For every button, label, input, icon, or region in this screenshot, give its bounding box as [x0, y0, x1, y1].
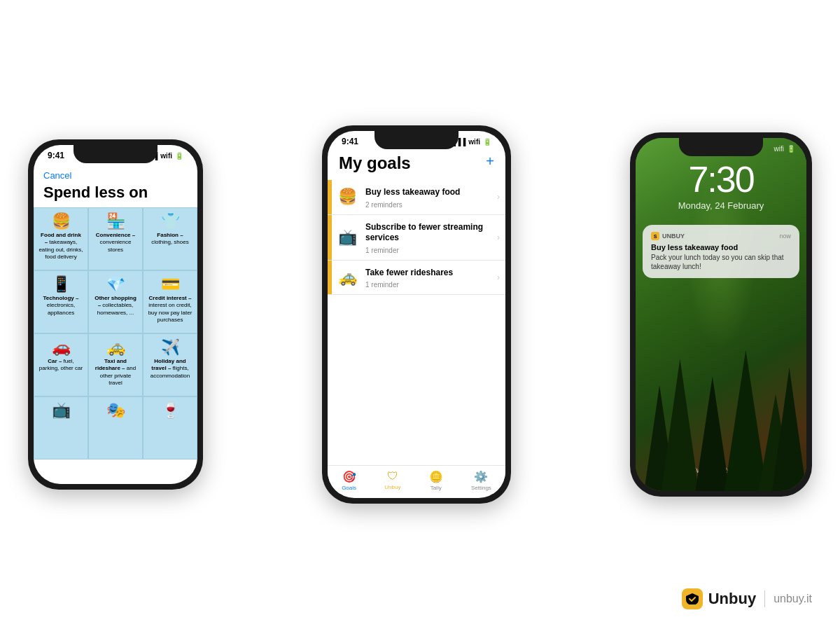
lockscreen-time: 7:30 [636, 161, 806, 198]
phone1-screen: 9:41 ▐▐▐ wifi 🔋 Cancel Spend less on 🍔Fo… [34, 145, 197, 484]
notification-card: S UNBUY now Buy less takeaway food Pack … [643, 225, 799, 278]
category-icon: 📱 [52, 277, 71, 292]
grid-cell[interactable]: 🍷 [143, 396, 197, 459]
tab-unbuy-icon: 🛡 [387, 470, 398, 483]
category-label: Other shopping – collectables, homewares… [93, 295, 138, 317]
wifi-icon: wifi [160, 152, 172, 160]
goal-title: Take fewer rideshares [365, 268, 489, 279]
phone1-content: Cancel Spend less on 🍔Food and drink – t… [34, 162, 197, 480]
goal-item[interactable]: 🚕Take fewer rideshares1 reminder› [328, 261, 505, 296]
tab-tally[interactable]: 🪙Tally [429, 470, 443, 491]
tab-tally-icon: 🪙 [429, 470, 443, 483]
category-icon: ✈️ [161, 340, 180, 355]
phone3-notch [679, 138, 763, 156]
goals-list: 🍔Buy less takeaway food2 reminders›📺Subs… [328, 180, 505, 295]
category-label: Fashion – clothing, shoes [148, 232, 192, 247]
brand-logo-icon [682, 588, 703, 609]
phone1-notch [74, 145, 158, 163]
grid-cell[interactable]: 📺 [34, 396, 88, 459]
goal-reminder: 2 reminders [365, 201, 489, 209]
category-icon: 💎 [106, 277, 125, 292]
unbuy-logo-icon: S [651, 232, 659, 240]
category-label: Taxi and rideshare – and other private t… [93, 358, 138, 387]
tab-unbuy[interactable]: 🛡Unbuy [384, 470, 400, 491]
tab-unbuy-label: Unbuy [384, 484, 400, 490]
grid-cell[interactable]: ✈️Holiday and travel – flights, accommod… [143, 333, 197, 396]
category-icon: 🚗 [52, 340, 71, 355]
phone3-screen: wifi 🔋 7:30 Monday, 24 February S UNBUY [636, 138, 806, 491]
battery-icon: 🔋 [483, 138, 491, 146]
phone1-time: 9:41 [48, 151, 64, 160]
goals-title: My goals [339, 153, 411, 173]
battery-icon: 🔋 [175, 152, 183, 160]
ls-status-icons: wifi 🔋 [774, 145, 795, 153]
branding-section: Unbuy unbuy.it [682, 588, 812, 609]
category-icon: 🎭 [106, 403, 125, 418]
category-label: Car – fuel, parking, other car [38, 358, 83, 373]
brand-url: unbuy.it [774, 593, 812, 605]
goal-chevron-icon: › [491, 261, 505, 295]
grid-cell[interactable]: 🎭 [88, 396, 143, 459]
category-icon: 🏪 [106, 214, 125, 229]
lockscreen-background: wifi 🔋 7:30 Monday, 24 February S UNBUY [636, 138, 806, 491]
cancel-button[interactable]: Cancel [43, 170, 188, 181]
goal-item[interactable]: 🍔Buy less takeaway food2 reminders› [328, 180, 505, 215]
category-icon: 🍔 [52, 214, 71, 229]
notification-app: S UNBUY [651, 232, 685, 240]
tab-goals-icon: 🎯 [342, 470, 356, 483]
category-icon: 🍷 [161, 403, 180, 418]
brand-name: Unbuy [708, 590, 756, 608]
phone1-shell: 9:41 ▐▐▐ wifi 🔋 Cancel Spend less on 🍔Fo… [28, 139, 203, 490]
page-wrapper: 9:41 ▐▐▐ wifi 🔋 Cancel Spend less on 🍔Fo… [0, 0, 840, 622]
spend-title: Spend less on [43, 184, 188, 202]
add-goal-button[interactable]: + [486, 153, 494, 170]
phone2-time: 9:41 [342, 137, 358, 146]
category-icon: 👕 [161, 214, 180, 229]
notification-body: Pack your lunch today so you can skip th… [651, 253, 791, 271]
grid-cell[interactable]: 🚕Taxi and rideshare – and other private … [88, 333, 143, 396]
phone2-screen: 9:41 ▐▐▐ wifi 🔋 My goals + 🍔Buy less tak… [328, 131, 505, 498]
grid-cell[interactable]: 🏪Convenience – convenience stores [88, 207, 143, 270]
category-icon: 💳 [161, 277, 180, 292]
goal-text-column: Subscribe to fewer streaming services1 r… [363, 215, 491, 260]
tab-settings[interactable]: ⚙️Settings [471, 470, 491, 491]
category-icon: 📺 [52, 403, 71, 418]
category-icon: 🚕 [106, 340, 125, 355]
ls-battery-icon: 🔋 [787, 145, 795, 153]
grid-cell[interactable]: 👕Fashion – clothing, shoes [143, 207, 197, 270]
grid-cell[interactable]: 💎Other shopping – collectables, homeware… [88, 270, 143, 333]
brand-divider [764, 590, 765, 607]
goal-icon: 📺 [332, 215, 363, 260]
category-label: Holiday and travel – flights, accommodat… [148, 358, 192, 380]
grid-cell[interactable]: 💳Credit interest – interest on credit, b… [143, 270, 197, 333]
goal-chevron-icon: › [491, 215, 505, 260]
phone3-shell: wifi 🔋 7:30 Monday, 24 February S UNBUY [630, 132, 812, 497]
grid-cell[interactable]: 📱Technology – electronics, appliances [34, 270, 88, 333]
goal-title: Subscribe to fewer streaming services [365, 222, 489, 244]
grid-cell[interactable]: 🍔Food and drink – takeaways, eating out,… [34, 207, 88, 270]
goal-icon: 🚕 [332, 261, 363, 295]
grid-cell[interactable]: 🚗Car – fuel, parking, other car [34, 333, 88, 396]
tab-tally-label: Tally [430, 485, 442, 491]
phone1-header: Cancel Spend less on [34, 167, 197, 207]
tab-goals[interactable]: 🎯Goals [342, 470, 356, 491]
unbuy-shield-icon [686, 593, 699, 604]
tab-goals-label: Goals [342, 485, 356, 491]
goal-icon: 🍔 [332, 180, 363, 214]
category-grid: 🍔Food and drink – takeaways, eating out,… [34, 207, 197, 459]
goal-item[interactable]: 📺Subscribe to fewer streaming services1 … [328, 215, 505, 261]
goal-reminder: 1 reminder [365, 247, 489, 254]
notification-time: now [779, 233, 791, 240]
tab-settings-icon: ⚙️ [474, 470, 488, 483]
category-label: Convenience – convenience stores [93, 232, 138, 254]
phone2-shell: 9:41 ▐▐▐ wifi 🔋 My goals + 🍔Buy less tak… [322, 125, 511, 504]
category-label: Credit interest – interest on credit, bu… [148, 295, 192, 324]
wifi-icon: wifi [468, 138, 480, 146]
notification-title: Buy less takeaway food [651, 243, 791, 251]
goal-title: Buy less takeaway food [365, 187, 489, 198]
tab-bar: 🎯Goals🛡Unbuy🪙Tally⚙️Settings [328, 465, 505, 494]
notification-app-name: UNBUY [662, 233, 685, 240]
lockscreen-time-wrapper: 7:30 Monday, 24 February [636, 154, 806, 218]
goal-chevron-icon: › [491, 180, 505, 214]
tab-settings-label: Settings [471, 485, 491, 491]
